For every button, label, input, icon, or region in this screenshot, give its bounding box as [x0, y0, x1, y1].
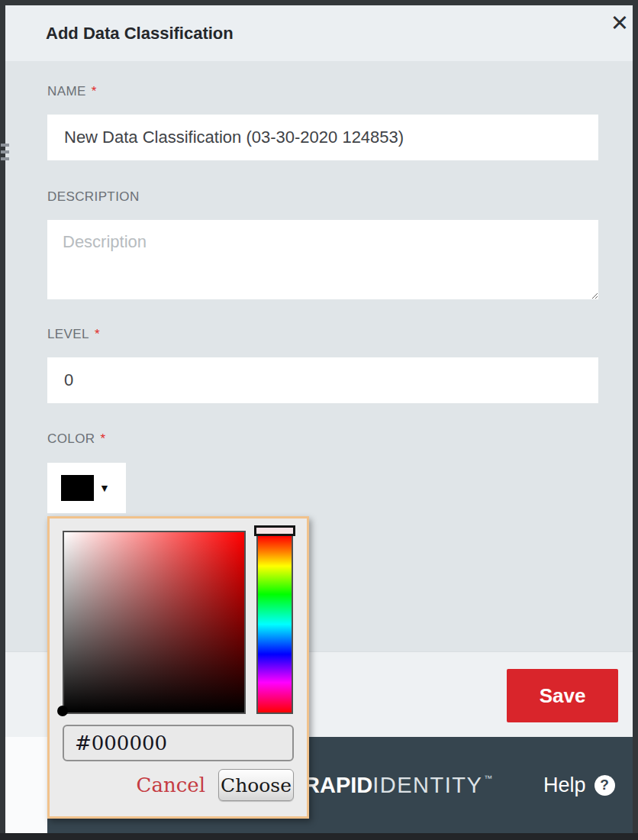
- modal-title: Add Data Classification: [46, 5, 234, 61]
- hue-slider-handle[interactable]: [254, 525, 295, 536]
- color-required-asterisk: *: [100, 431, 105, 446]
- description-label-text: DESCRIPTION: [47, 189, 140, 204]
- hamburger-menu-icon[interactable]: [0, 144, 10, 163]
- color-label: COLOR*: [47, 431, 106, 447]
- name-label-text: NAME: [47, 84, 86, 99]
- hue-slider[interactable]: [256, 535, 293, 714]
- saturation-value-gradient[interactable]: [63, 531, 246, 714]
- level-label: LEVEL*: [47, 327, 100, 342]
- description-label: DESCRIPTION: [47, 189, 140, 205]
- help-label: Help: [543, 774, 586, 797]
- level-required-asterisk: *: [95, 327, 100, 341]
- window-border-right: [633, 0, 638, 840]
- hamburger-bar: [1, 144, 9, 147]
- color-label-text: COLOR: [47, 431, 95, 446]
- picker-actions: Cancel Choose: [63, 769, 294, 801]
- trademark-symbol: ™: [484, 774, 492, 783]
- cancel-button[interactable]: Cancel: [137, 774, 205, 796]
- color-dropdown[interactable]: ▼: [47, 463, 126, 513]
- window-border-top: [0, 0, 638, 5]
- hamburger-bar: [1, 150, 9, 153]
- choose-button[interactable]: Choose: [218, 769, 294, 801]
- help-link[interactable]: Help ?: [543, 737, 615, 833]
- color-picker-popup: Cancel Choose: [47, 516, 309, 819]
- window-border-left: [0, 0, 5, 840]
- name-input[interactable]: [47, 115, 598, 160]
- add-data-classification-dialog: RAPIDIDENTITY™ Help ? Add Data Classific…: [0, 0, 638, 840]
- name-label: NAME*: [47, 84, 97, 99]
- brand-light-text: IDENTITY: [372, 773, 482, 798]
- rapididentity-logo: RAPIDIDENTITY™: [304, 737, 492, 833]
- color-swatch: [61, 475, 94, 501]
- level-label-text: LEVEL: [47, 327, 89, 341]
- level-input[interactable]: [47, 357, 598, 403]
- color-selection-marker[interactable]: [57, 706, 68, 716]
- close-icon[interactable]: ✕: [606, 8, 633, 38]
- help-question-icon: ?: [594, 775, 615, 796]
- name-required-asterisk: *: [92, 84, 97, 99]
- hex-color-input[interactable]: [63, 725, 294, 761]
- hamburger-bar: [1, 157, 9, 160]
- brand-bold-text: RAPID: [304, 773, 372, 798]
- description-textarea[interactable]: [47, 220, 598, 299]
- save-button[interactable]: Save: [507, 669, 618, 722]
- chevron-down-icon: ▼: [99, 463, 110, 513]
- window-border-bottom: [0, 833, 638, 840]
